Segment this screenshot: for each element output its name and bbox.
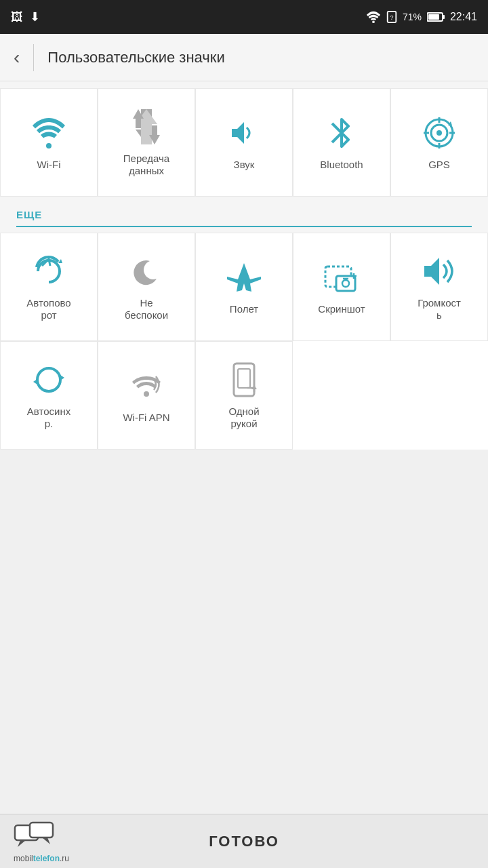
- airplane-label: Полет: [230, 303, 258, 315]
- svg-point-6: [46, 143, 52, 149]
- battery-icon: [427, 12, 445, 22]
- dnd-item[interactable]: Небеспокои: [98, 233, 195, 341]
- screenshot-label: Скриншот: [318, 303, 365, 315]
- autosync-label: Автосинхр.: [27, 406, 70, 430]
- wifi-icon: [30, 115, 68, 152]
- svg-marker-29: [424, 258, 439, 285]
- dnd-label: Небеспокои: [125, 297, 168, 321]
- onehand-item[interactable]: Однойрукой: [195, 341, 293, 450]
- autorotate-icon: [30, 253, 68, 290]
- screenshot-icon: [323, 259, 361, 296]
- download-icon: ⬇: [30, 9, 40, 24]
- status-bar-left: 🖼 ⬇: [11, 9, 40, 24]
- section-header-more: ЕЩЕ: [0, 197, 488, 233]
- page-title: Пользовательские значки: [47, 49, 224, 66]
- bottom-icons-section: Автосинхр. Wi-Fi APN: [0, 341, 488, 450]
- top-icons-section: Wi-Fi: [0, 88, 488, 197]
- wifiapn-label: Wi-Fi APN: [123, 412, 169, 424]
- bluetooth-icon: [323, 115, 361, 152]
- svg-marker-11: [232, 122, 244, 144]
- svg-rect-4: [428, 14, 439, 20]
- status-bar-right: ? 71% 22:41: [366, 11, 477, 23]
- svg-marker-10: [149, 125, 160, 144]
- chat-bubbles-icon: [14, 821, 54, 851]
- wifiapn-icon: [128, 368, 165, 405]
- onehand-icon: [226, 361, 263, 399]
- gps-icon: [421, 115, 458, 152]
- svg-marker-9: [133, 109, 144, 128]
- sound-item[interactable]: Звук: [195, 88, 293, 197]
- screenshot-item[interactable]: Скриншот: [293, 233, 390, 341]
- bluetooth-label: Bluetooth: [320, 159, 363, 171]
- wifi-status-icon: [366, 11, 381, 23]
- wifi-label: Wi-Fi: [37, 159, 61, 171]
- svg-point-32: [144, 391, 149, 397]
- svg-rect-5: [443, 15, 445, 19]
- image-icon: 🖼: [11, 10, 23, 24]
- autosync-item[interactable]: Автосинхр.: [0, 341, 98, 450]
- main-content: Wi-Fi: [0, 81, 488, 450]
- data-transfer-icon: [128, 108, 165, 146]
- svg-rect-34: [238, 369, 250, 388]
- bottom-icons-grid: Автосинхр. Wi-Fi APN: [0, 341, 488, 450]
- svg-point-15: [436, 130, 442, 136]
- airplane-item[interactable]: Полет: [195, 233, 293, 341]
- onehand-label: Однойрукой: [228, 406, 259, 430]
- time-display: 22:41: [450, 11, 477, 23]
- volume-item[interactable]: Громкость: [390, 233, 488, 341]
- section-title-more: ЕЩЕ: [16, 209, 472, 227]
- volume-icon: [421, 253, 458, 290]
- dnd-icon: [128, 253, 165, 290]
- svg-marker-37: [18, 840, 26, 847]
- bluetooth-item[interactable]: Bluetooth: [293, 88, 390, 197]
- middle-icons-grid: Автоповорот Небеспокои: [0, 233, 488, 341]
- volume-label: Громкость: [418, 297, 461, 321]
- autorotate-item[interactable]: Автоповорот: [0, 233, 98, 341]
- svg-marker-30: [60, 375, 64, 380]
- svg-marker-39: [42, 837, 50, 844]
- svg-rect-38: [30, 823, 53, 837]
- back-button[interactable]: ‹: [14, 47, 20, 68]
- svg-marker-31: [33, 379, 37, 384]
- bottom-logo: mobiltelefon.ru: [14, 852, 69, 864]
- sound-icon: [226, 115, 263, 152]
- gps-label: GPS: [428, 159, 450, 171]
- chat-icon-wrap: [14, 821, 54, 854]
- middle-icons-section: Автоповорот Небеспокои: [0, 233, 488, 341]
- status-bar: 🖼 ⬇ ? 71% 22:41: [0, 0, 488, 34]
- wifiapn-item[interactable]: Wi-Fi APN: [98, 341, 195, 450]
- svg-point-0: [372, 21, 375, 24]
- autorotate-label: Автоповорот: [26, 297, 70, 321]
- wifi-item[interactable]: Wi-Fi: [0, 88, 98, 197]
- top-icons-grid: Wi-Fi: [0, 88, 488, 197]
- svg-text:?: ?: [390, 14, 393, 21]
- svg-marker-21: [35, 278, 41, 282]
- airplane-icon: [226, 259, 263, 296]
- sim-icon: ?: [386, 11, 397, 23]
- toolbar: ‹ Пользовательские значки: [0, 34, 488, 81]
- sound-label: Звук: [234, 159, 255, 171]
- bottom-bar: ГОТОВО mobiltelefon.ru: [0, 814, 488, 868]
- battery-text: 71%: [403, 12, 422, 22]
- data-label: Передачаданных: [123, 153, 169, 177]
- gps-item[interactable]: GPS: [390, 88, 488, 197]
- done-button[interactable]: ГОТОВО: [209, 833, 279, 850]
- data-item[interactable]: Передачаданных: [98, 88, 195, 197]
- autosync-icon: [30, 361, 68, 399]
